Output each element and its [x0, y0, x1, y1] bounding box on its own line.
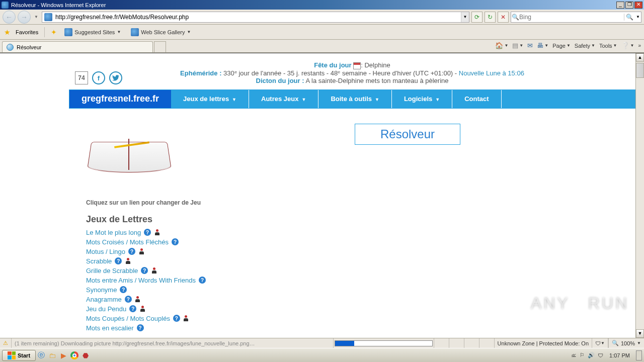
- suggested-sites-link[interactable]: Suggested Sites ▼: [62, 27, 123, 38]
- link-list: Le Mot le plus long ? Mots Croisés / Mot…: [86, 228, 635, 333]
- game-link[interactable]: Mots Croisés / Mots Fléchés: [86, 237, 169, 247]
- game-link[interactable]: Scrabble: [86, 256, 112, 266]
- zoom-control[interactable]: 🔍100% ▼: [608, 338, 644, 348]
- maximize-button[interactable]: ❐: [625, 2, 633, 9]
- taskbar-media-icon[interactable]: ▶: [58, 350, 69, 361]
- taskbar-shield-icon[interactable]: ⬣: [80, 350, 91, 361]
- search-provider-dropdown[interactable]: ▼: [635, 15, 641, 19]
- minimize-button[interactable]: _: [616, 2, 624, 9]
- favorites-star-icon[interactable]: ★: [4, 28, 11, 36]
- help-icon[interactable]: ?: [137, 324, 144, 331]
- search-box[interactable]: 🔍 🔍 ▼: [511, 12, 641, 23]
- mail-button[interactable]: ✉: [527, 42, 533, 49]
- address-dropdown[interactable]: ▼: [461, 12, 469, 22]
- counter-badge[interactable]: 74: [75, 71, 88, 84]
- link-row: Mots entre Amis / Words With Friends ?: [86, 276, 635, 285]
- user-icon[interactable]: [135, 296, 141, 302]
- forward-button[interactable]: →: [18, 11, 31, 24]
- tab-favicon: [7, 44, 14, 51]
- tab-resolveur[interactable]: Résolveur: [2, 41, 153, 52]
- search-go-button[interactable]: 🔍: [624, 14, 635, 21]
- start-button[interactable]: Start: [2, 350, 36, 361]
- taskbar-explorer-icon[interactable]: 🗀: [47, 350, 58, 361]
- game-link[interactable]: Motus / Lingo: [86, 247, 125, 256]
- address-bar[interactable]: ▼: [42, 12, 469, 23]
- taskbar-chrome-icon[interactable]: [69, 350, 80, 361]
- vertical-scrollbar[interactable]: ▲ ▼: [635, 53, 644, 338]
- chevron-down-icon: ▼: [435, 97, 440, 102]
- game-link[interactable]: Synonyme: [86, 285, 117, 295]
- user-icon[interactable]: [151, 267, 157, 274]
- game-link[interactable]: Mots en escalier: [86, 323, 134, 333]
- help-icon[interactable]: ?: [172, 238, 179, 245]
- game-link[interactable]: Mots Coupés / Mots Couplés: [86, 314, 170, 323]
- help-icon[interactable]: ?: [173, 315, 180, 322]
- main-body: Résolveur: [69, 109, 635, 179]
- scroll-up-button[interactable]: ▲: [636, 53, 644, 62]
- link-row: Le Mot le plus long ?: [86, 228, 635, 237]
- game-link[interactable]: Anagramme: [86, 295, 122, 304]
- window-title: Résolveur - Windows Internet Explorer: [11, 2, 616, 8]
- help-icon[interactable]: ?: [125, 296, 132, 303]
- menu-item-3[interactable]: Logiciels▼: [392, 90, 452, 108]
- user-icon[interactable]: [139, 306, 145, 312]
- help-icon[interactable]: ?: [128, 248, 135, 255]
- menu-item-2[interactable]: Boite à outils▼: [318, 90, 392, 108]
- user-icon[interactable]: [183, 315, 189, 321]
- status-bar: ⚠ (1 item remaining) Downloading picture…: [0, 338, 644, 348]
- tray-expand-icon[interactable]: ⪣: [571, 352, 577, 358]
- game-link[interactable]: Le Mot le plus long: [86, 228, 141, 237]
- help-icon[interactable]: ?: [144, 229, 151, 236]
- help-icon[interactable]: ?: [115, 257, 122, 264]
- refresh-button[interactable]: ↻: [485, 12, 496, 23]
- game-link[interactable]: Mots entre Amis / Words With Friends: [86, 276, 196, 285]
- stop-button[interactable]: ✕: [498, 12, 509, 23]
- user-icon[interactable]: [138, 248, 144, 254]
- help-icon[interactable]: ?: [129, 305, 136, 312]
- print-button[interactable]: 🖶▼: [537, 42, 548, 49]
- help-icon[interactable]: ?: [141, 267, 148, 274]
- moon-link[interactable]: Nouvelle Lune à 15:06: [459, 69, 524, 77]
- user-icon[interactable]: [154, 229, 160, 235]
- feeds-button[interactable]: ▤▼: [512, 42, 523, 49]
- page-menu[interactable]: Page ▼: [552, 43, 571, 49]
- nav-history-dropdown[interactable]: ▼: [33, 15, 40, 19]
- menu-item-4[interactable]: Contact: [452, 90, 501, 108]
- safety-menu[interactable]: Safety ▼: [575, 43, 595, 49]
- scroll-down-button[interactable]: ▼: [636, 329, 644, 338]
- menu-item-0[interactable]: Jeux de lettres▼: [171, 90, 249, 108]
- favorites-label[interactable]: Favorites: [16, 29, 38, 35]
- close-button[interactable]: ✕: [634, 2, 642, 9]
- search-input[interactable]: [519, 14, 624, 21]
- add-favorite-icon[interactable]: ✦: [51, 28, 57, 36]
- help-icon[interactable]: ?: [199, 277, 206, 284]
- taskbar-ie-icon[interactable]: ⓔ: [36, 350, 47, 361]
- scroll-thumb[interactable]: [636, 63, 644, 78]
- tray-flag-icon[interactable]: ⚐: [580, 352, 585, 358]
- twitter-icon[interactable]: [109, 71, 122, 84]
- address-input[interactable]: [54, 13, 461, 22]
- privacy-icon[interactable]: 🛡: [595, 340, 601, 346]
- expand-button[interactable]: »: [638, 43, 641, 48]
- site-logo[interactable]: gregfresnel.free.fr: [69, 90, 171, 108]
- tools-menu[interactable]: Tools ▼: [599, 43, 617, 49]
- game-link[interactable]: Grille de Scrabble: [86, 266, 138, 276]
- home-button[interactable]: 🏠▼: [495, 42, 508, 49]
- menu-label: Autres Jeux: [261, 95, 298, 103]
- new-tab-button[interactable]: [154, 41, 166, 52]
- web-slice-link[interactable]: Web Slice Gallery ▼: [128, 27, 193, 38]
- user-icon[interactable]: [125, 258, 131, 264]
- help-button[interactable]: ❔▼: [621, 42, 634, 49]
- suggested-sites-label: Suggested Sites: [74, 29, 115, 35]
- chevron-down-icon: ▼: [301, 97, 306, 102]
- help-icon[interactable]: ?: [120, 286, 127, 293]
- show-desktop-button[interactable]: [636, 350, 642, 360]
- back-button[interactable]: ←: [3, 11, 16, 24]
- menu-item-1[interactable]: Autres Jeux▼: [249, 90, 318, 108]
- clock[interactable]: 1:07 PM: [606, 352, 633, 358]
- compat-button[interactable]: ⟳: [471, 12, 482, 23]
- game-link[interactable]: Jeu du Pendu: [86, 304, 126, 314]
- tray-volume-icon[interactable]: 🔊: [588, 352, 595, 358]
- tray-shield-icon[interactable]: 🛡: [598, 352, 603, 358]
- facebook-icon[interactable]: f: [92, 71, 105, 84]
